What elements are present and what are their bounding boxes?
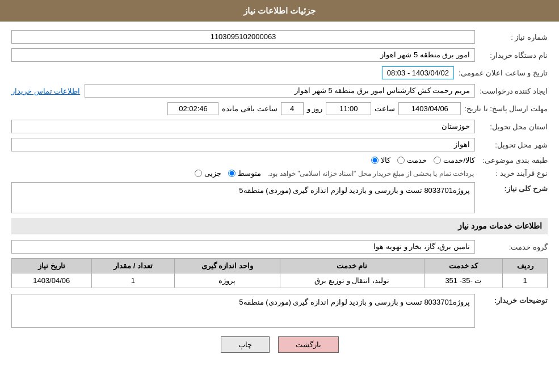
response-days: 4 [281,102,304,115]
main-content: شماره نیاز : 1103095102000063 نام دستگاه… [0,22,559,370]
table-cell-code: ت -35- 351 [424,273,503,288]
service-group-value: تامین برق، گاز، بخار و تهویه هوا [11,240,475,254]
button-row: بازگشت چاپ [11,336,548,353]
response-time: 11:00 [326,102,371,115]
col-header-date: تاریخ نیاز [12,259,92,273]
table-cell-row: 1 [503,273,548,288]
response-days-label: روز و [307,104,323,113]
purchase-type-mutavasset[interactable]: متوسط [228,169,261,178]
creator-row: ایجاد کننده درخواست: مریم رحمت کش کارشنا… [11,84,548,98]
province-value: خوزستان [11,120,475,133]
purchase-type-label: نوع فرآیند خرید : [480,169,548,178]
city-value: اهواز [11,138,475,151]
buyer-station-row: نام دستگاه خریدار: امور برق منطقه 5 شهر … [11,48,548,62]
purchase-type-row: نوع فرآیند خرید : پرداخت تمام یا بخشی از… [11,169,548,178]
col-header-qty: تعداد / مقدار [91,259,175,273]
print-button[interactable]: چاپ [221,336,270,353]
remaining-time: 02:02:46 [167,102,218,115]
purchase-type-radio-group: پرداخت تمام یا بخشی از مبلغ خریدار محل "… [195,169,474,178]
province-row: استان محل تحویل: خوزستان [11,120,548,133]
purchase-type-jozii-label: جزیی [204,169,221,178]
table-cell-name: تولید، انتقال و توزیع برق [280,273,424,288]
page-title: جزئیات اطلاعات نیاز [243,6,316,15]
response-deadline-label: مهلت ارسال پاسخ: تا تاریخ: [464,104,548,113]
service-group-label: گروه خدمت: [480,243,548,251]
purchase-type-mutavasset-label: متوسط [238,169,261,178]
col-header-code: کد خدمت [424,259,503,273]
table-row: 1ت -35- 351تولید، انتقال و توزیع برقپروژ… [12,273,548,288]
purchase-note: پرداخت تمام یا بخشی از مبلغ خریدار محل "… [268,170,474,178]
need-description-label: شرح کلی نیاز: [480,182,548,193]
category-khedmat-label: خدمت [407,156,427,165]
need-description-row: شرح کلی نیاز: [11,182,548,213]
page-wrapper: جزئیات اطلاعات نیاز شماره نیاز : 1103095… [0,0,559,392]
buyer-station-value: امور برق منطقه 5 شهر اهواز [11,48,475,62]
category-kala-khedmat-radio[interactable] [434,157,441,164]
category-option-kala[interactable]: کالا [371,156,390,165]
creator-value: مریم رحمت کش کارشناس امور برق منطقه 5 شه… [85,84,475,98]
services-table: ردیف کد خدمت نام خدمت واحد اندازه گیری ت… [11,258,548,288]
buyer-description-textarea[interactable] [11,294,475,328]
category-radio-group: کالا/خدمت خدمت کالا [371,156,475,165]
category-label: طبقه بندی موضوعی: [480,156,548,165]
need-number-label: شماره نیاز : [480,33,548,41]
service-group-row: گروه خدمت: تامین برق، گاز، بخار و تهویه … [11,240,548,254]
creator-label: ایجاد کننده درخواست: [480,87,548,95]
response-time-label: ساعت [375,104,395,113]
purchase-type-mutavasset-radio[interactable] [228,170,236,177]
purchase-type-jozii-radio[interactable] [195,170,202,177]
buyer-description-row: توضیحات خریدار: [11,294,548,328]
response-deadline-row: مهلت ارسال پاسخ: تا تاریخ: 1403/04/06 سا… [11,102,548,115]
need-description-textarea[interactable] [11,182,475,213]
province-label: استان محل تحویل: [480,123,548,131]
category-option-kala-khedmat[interactable]: کالا/خدمت [434,156,475,165]
category-option-khedmat[interactable]: خدمت [397,156,427,165]
services-section-title: اطلاعات خدمات مورد نیاز [11,218,548,234]
category-kala-label: کالا [381,156,390,165]
table-cell-date: 1403/04/06 [12,273,92,288]
response-date: 1403/04/06 [398,102,461,115]
category-row: طبقه بندی موضوعی: کالا/خدمت خدمت کالا [11,156,548,165]
col-header-unit: واحد اندازه گیری [175,259,280,273]
page-header: جزئیات اطلاعات نیاز [0,0,559,22]
table-cell-quantity: 1 [91,273,175,288]
need-number-value: 1103095102000063 [11,30,475,44]
table-header-row: ردیف کد خدمت نام خدمت واحد اندازه گیری ت… [12,259,548,273]
table-cell-unit: پروژه [175,273,280,288]
need-number-row: شماره نیاز : 1103095102000063 [11,30,548,44]
category-khedmat-radio[interactable] [397,157,405,164]
remaining-label: ساعت باقی مانده [222,104,277,113]
announcement-label: تاریخ و ساعت اعلان عمومی: [459,69,548,77]
back-button[interactable]: بازگشت [278,336,339,353]
category-kala-radio[interactable] [371,157,379,164]
buyer-description-label: توضیحات خریدار: [480,294,548,305]
city-label: شهر محل تحویل: [480,141,548,149]
contact-link[interactable]: اطلاعات تماس خریدار [11,87,80,95]
category-kala-khedmat-label: کالا/خدمت [443,156,475,165]
announcement-row: تاریخ و ساعت اعلان عمومی: 1403/04/02 - 0… [11,66,548,79]
buyer-station-label: نام دستگاه خریدار: [480,51,548,60]
col-header-name: نام خدمت [280,259,424,273]
purchase-type-jozii[interactable]: جزیی [195,169,221,178]
col-header-row: ردیف [503,259,548,273]
announcement-date: 1403/04/02 - 08:03 [382,66,454,79]
city-row: شهر محل تحویل: اهواز [11,138,548,151]
